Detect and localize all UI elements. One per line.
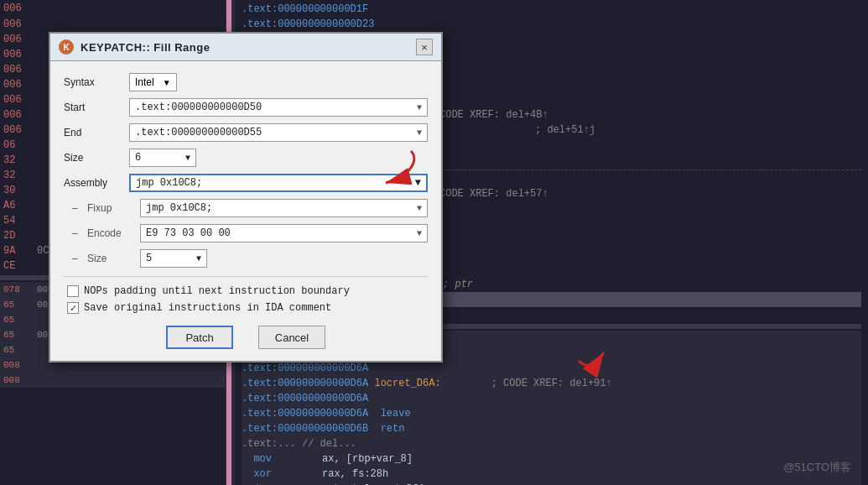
- assembly-label: Assembly: [64, 177, 122, 189]
- close-button[interactable]: ×: [416, 39, 433, 55]
- fixup-row: – Fixup jmp 0x10C8; ▼: [64, 199, 428, 217]
- start-dropdown-arrow-icon: ▼: [417, 103, 422, 112]
- save-label: Save original instructions in IDA commen…: [84, 302, 331, 314]
- encode-label: Encode: [87, 227, 133, 239]
- encode-row: – Encode E9 73 03 00 00 ▼: [64, 224, 428, 242]
- start-label: Start: [64, 102, 122, 113]
- dialog-titlebar[interactable]: K KEYPATCH:: Fill Range ×: [50, 34, 441, 61]
- fixup-dropdown-arrow-icon: ▼: [417, 204, 422, 213]
- keypatch-dialog: K KEYPATCH:: Fill Range × Syntax Intel ▼…: [49, 32, 443, 362]
- size2-dash: –: [72, 253, 81, 264]
- syntax-arrow-icon: ▼: [163, 78, 171, 87]
- fixup-value: jmp 0x10C8;: [146, 202, 212, 214]
- size-row: Size 6 ▼: [64, 149, 428, 167]
- syntax-value: Intel: [135, 76, 154, 88]
- nops-label: NOPs padding until next instruction boun…: [84, 285, 350, 297]
- save-checkbox-row[interactable]: Save original instructions in IDA commen…: [64, 302, 428, 314]
- watermark: @51CTO博客: [783, 460, 851, 475]
- size2-label: Size: [87, 253, 133, 264]
- dialog-app-icon: K: [59, 39, 74, 55]
- nops-checkbox[interactable]: [67, 285, 79, 297]
- separator: [64, 276, 428, 277]
- start-row: Start .text:000000000000D50 ▼: [64, 98, 428, 117]
- size2-value: 5: [146, 253, 152, 264]
- cancel-button[interactable]: Cancel: [258, 326, 325, 349]
- encode-dropdown-arrow-icon: ▼: [417, 229, 422, 238]
- dialog-title: KEYPATCH:: Fill Range: [81, 41, 409, 54]
- save-checkbox[interactable]: [67, 302, 79, 314]
- button-row: Patch Cancel: [64, 319, 428, 352]
- size-arrow-icon: ▼: [185, 154, 190, 163]
- end-row: End .text:000000000000D55 ▼: [64, 123, 428, 142]
- size-label: Size: [64, 152, 122, 164]
- fixup-label: Fixup: [87, 202, 133, 214]
- patch-button[interactable]: Patch: [166, 326, 233, 349]
- size2-arrow-icon: ▼: [196, 254, 201, 263]
- fixup-dash: –: [72, 202, 81, 214]
- size-input[interactable]: 6 ▼: [129, 149, 196, 167]
- size2-input[interactable]: 5 ▼: [140, 249, 207, 268]
- size2-row: – Size 5 ▼: [64, 249, 428, 268]
- assembly-input[interactable]: jmp 0x10C8; ▼: [129, 174, 428, 192]
- syntax-label: Syntax: [64, 76, 122, 88]
- start-input[interactable]: .text:000000000000D50 ▼: [129, 98, 428, 117]
- encode-value: E9 73 03 00 00: [146, 227, 231, 239]
- size-value: 6: [135, 152, 141, 164]
- end-dropdown-arrow-icon: ▼: [417, 128, 422, 138]
- encode-dash: –: [72, 227, 81, 239]
- end-value: .text:000000000000D55: [135, 127, 262, 138]
- nops-checkbox-row[interactable]: NOPs padding until next instruction boun…: [64, 285, 428, 297]
- end-label: End: [64, 127, 122, 138]
- syntax-row: Syntax Intel ▼: [64, 73, 428, 91]
- assembly-dropdown-arrow-icon: ▼: [415, 177, 421, 189]
- encode-input[interactable]: E9 73 03 00 00 ▼: [140, 224, 428, 242]
- dialog-body: Syntax Intel ▼ Start .text:000000000000D…: [50, 61, 441, 361]
- syntax-dropdown[interactable]: Intel ▼: [129, 73, 177, 91]
- assembly-row: Assembly jmp 0x10C8; ▼: [64, 174, 428, 192]
- fixup-input[interactable]: jmp 0x10C8; ▼: [140, 199, 428, 217]
- start-value: .text:000000000000D50: [135, 102, 262, 113]
- assembly-value: jmp 0x10C8;: [136, 177, 202, 189]
- end-input[interactable]: .text:000000000000D55 ▼: [129, 123, 428, 142]
